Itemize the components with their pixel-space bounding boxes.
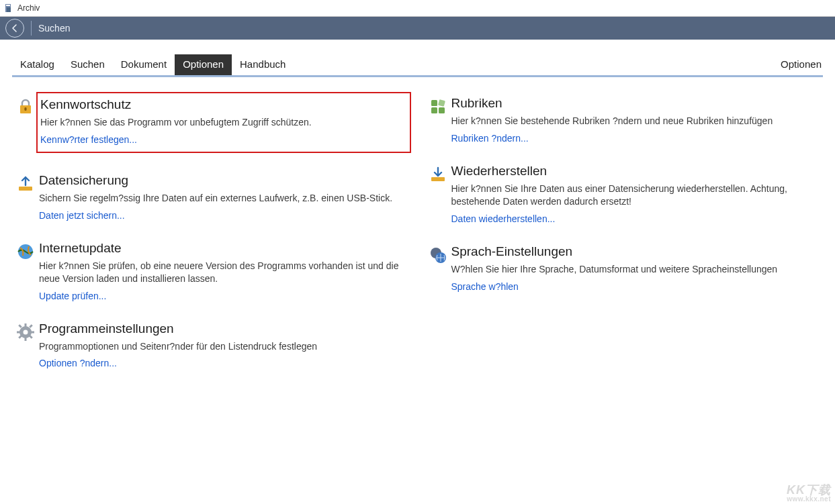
tab-dokument[interactable]: Dokument [113, 54, 175, 75]
card-title: Datensicherung [39, 173, 411, 188]
svg-rect-17 [431, 100, 437, 106]
svg-rect-19 [431, 107, 437, 113]
card-desc: W?hlen Sie hier Ihre Sprache, Datumsform… [451, 263, 824, 276]
card-desc: Programmoptionen und Seitenr?nder für de… [39, 340, 411, 353]
link-change-options[interactable]: Optionen ?ndern... [39, 358, 117, 368]
card-categories: Rubriken Hier k?nnen Sie bestehende Rubr… [425, 96, 824, 144]
arrow-left-icon [10, 23, 19, 33]
svg-point-8 [24, 330, 28, 334]
svg-rect-1 [6, 5, 10, 6]
card-update: Internetupdate Hier k?nnen Sie prüfen, o… [12, 241, 411, 301]
card-settings: Programmeinstellungen Programmoptionen u… [12, 321, 411, 369]
tiles-icon [425, 96, 451, 116]
svg-rect-20 [439, 107, 445, 113]
toolbar-search-label[interactable]: Suchen [38, 23, 70, 34]
card-title: Wiederherstellen [451, 164, 824, 179]
svg-rect-18 [437, 99, 445, 107]
card-desc: Hier k?nnen Sie Ihre Daten aus einer Dat… [451, 183, 824, 208]
svg-rect-9 [25, 323, 27, 327]
svg-rect-2 [7, 7, 11, 12]
svg-rect-4 [24, 107, 26, 111]
card-title: Internetupdate [39, 241, 411, 256]
tab-right-optionen[interactable]: Optionen [774, 54, 823, 75]
gear-icon [12, 321, 39, 342]
card-desc: Hier k?nnen Sie prüfen, ob eine neuere V… [39, 260, 411, 285]
window-title: Archiv [17, 3, 40, 13]
card-backup: Datensicherung Sichern Sie regelm?ssig I… [12, 173, 411, 221]
tab-optionen[interactable]: Optionen [175, 54, 232, 75]
card-desc: Hier k?nnen Sie das Programm vor unbefug… [40, 116, 403, 129]
svg-rect-12 [31, 331, 34, 333]
svg-rect-11 [17, 331, 20, 333]
window-title-bar: Archiv [0, 0, 835, 17]
toolbar: Suchen [0, 17, 835, 40]
link-check-update[interactable]: Update prüfen... [39, 291, 106, 301]
svg-rect-15 [29, 324, 33, 328]
svg-rect-10 [25, 338, 27, 341]
download-icon [425, 164, 451, 184]
back-button[interactable] [5, 19, 24, 38]
toolbar-divider [31, 21, 32, 36]
tab-bar: Katalog Suchen Dokument Optionen Handbuc… [12, 54, 823, 77]
card-title: Kennwortschutz [40, 97, 403, 112]
highlight-box: Kennwortschutz Hier k?nnen Sie das Progr… [36, 92, 411, 153]
tab-suchen[interactable]: Suchen [62, 54, 113, 75]
link-set-passwords[interactable]: Kennw?rter festlegen... [40, 134, 137, 145]
card-password: Kennwortschutz Hier k?nnen Sie das Progr… [12, 96, 411, 153]
svg-rect-21 [431, 177, 445, 181]
card-language: Sprach-Einstellungen W?hlen Sie hier Ihr… [425, 244, 824, 292]
upload-icon [12, 173, 39, 193]
link-choose-language[interactable]: Sprache w?hlen [451, 281, 519, 292]
card-title: Sprach-Einstellungen [451, 244, 824, 259]
card-title: Rubriken [451, 96, 824, 111]
card-restore: Wiederherstellen Hier k?nnen Sie Ihre Da… [425, 164, 824, 224]
tab-handbuch[interactable]: Handbuch [232, 54, 294, 75]
card-desc: Sichern Sie regelm?ssig Ihre Daten auf e… [39, 192, 411, 205]
card-desc: Hier k?nnen Sie bestehende Rubriken ?nde… [451, 115, 824, 128]
link-backup-now[interactable]: Daten jetzt sichern... [39, 210, 125, 221]
lock-icon [12, 96, 39, 116]
link-change-categories[interactable]: Rubriken ?ndern... [451, 133, 529, 144]
svg-rect-13 [18, 324, 22, 328]
link-restore-data[interactable]: Daten wiederherstellen... [451, 213, 556, 224]
globe-icon [12, 241, 39, 261]
tab-katalog[interactable]: Katalog [12, 54, 62, 75]
app-icon [4, 3, 13, 13]
card-title: Programmeinstellungen [39, 321, 411, 336]
svg-rect-5 [19, 187, 32, 191]
language-icon [425, 244, 451, 264]
